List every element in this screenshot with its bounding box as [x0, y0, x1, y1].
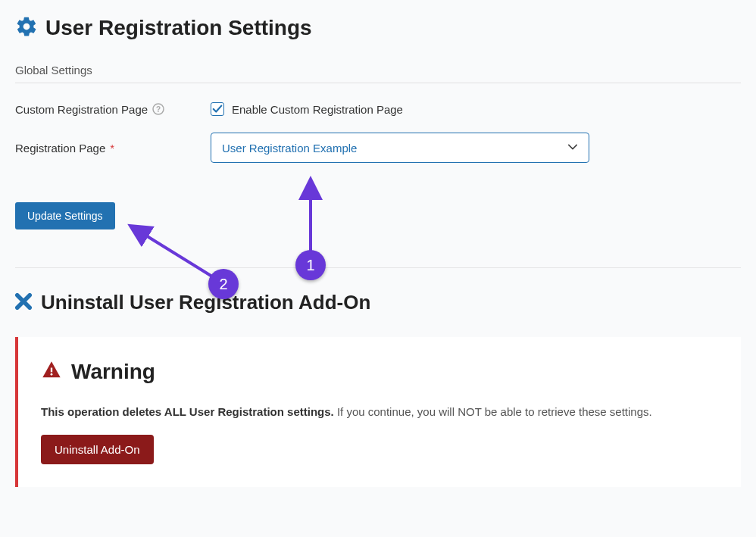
uninstall-heading-text: Uninstall User Registration Add-On: [41, 291, 370, 314]
registration-page-label: Registration Page *: [15, 142, 211, 155]
warning-title: Warning: [41, 360, 718, 384]
custom-registration-row: Custom Registration Page ? Enable Custom…: [15, 102, 741, 116]
page-title-text: User Registration Settings: [45, 16, 312, 40]
registration-page-row: Registration Page * User Registration Ex…: [15, 133, 741, 163]
enable-checkbox-wrapper: Enable Custom Registration Page: [211, 102, 403, 116]
chevron-down-icon: [567, 142, 578, 155]
help-icon[interactable]: ?: [152, 103, 164, 115]
section-divider: [15, 267, 741, 268]
annotation-badge-1: 1: [295, 250, 326, 280]
warning-panel: Warning This operation deletes ALL User …: [15, 337, 741, 487]
warning-title-text: Warning: [71, 360, 155, 384]
registration-page-select[interactable]: User Registration Example: [211, 133, 589, 163]
enable-checkbox-label: Enable Custom Registration Page: [232, 103, 403, 116]
required-asterisk: *: [110, 142, 114, 155]
svg-text:?: ?: [156, 105, 161, 114]
annotation-arrow-2: [133, 227, 212, 276]
gears-icon: [15, 15, 38, 41]
enable-custom-registration-checkbox[interactable]: [211, 102, 224, 116]
svg-point-3: [51, 373, 53, 376]
svg-rect-2: [51, 368, 52, 373]
custom-registration-label: Custom Registration Page ?: [15, 103, 211, 116]
uninstall-addon-button[interactable]: Uninstall Add-On: [41, 435, 154, 464]
select-value: User Registration Example: [222, 142, 357, 155]
warning-text: This operation deletes ALL User Registra…: [41, 405, 718, 418]
update-settings-button[interactable]: Update Settings: [15, 202, 115, 229]
close-icon: [15, 293, 32, 313]
warning-icon: [41, 360, 62, 384]
page-title: User Registration Settings: [15, 15, 741, 41]
global-settings-label: Global Settings: [15, 64, 741, 83]
uninstall-heading: Uninstall User Registration Add-On: [15, 291, 741, 314]
